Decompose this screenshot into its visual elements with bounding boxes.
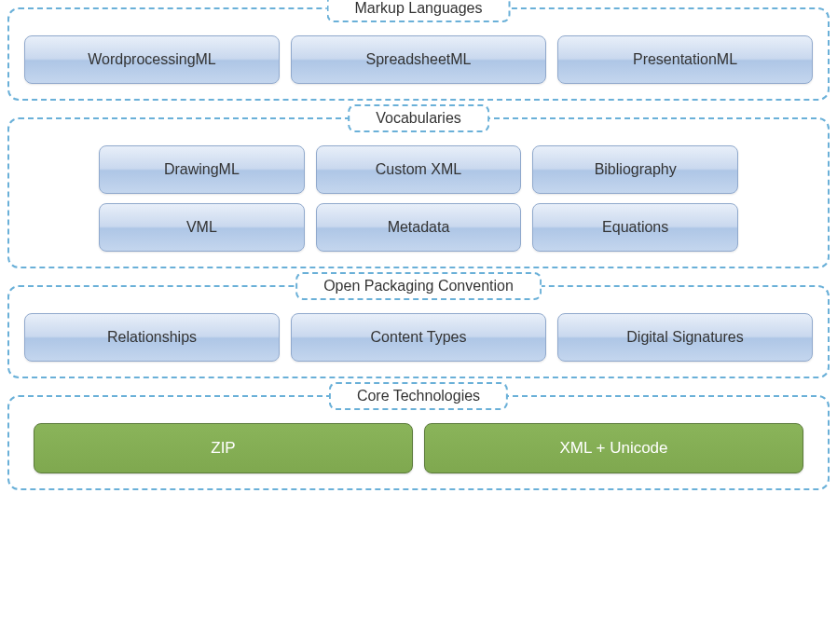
box-equations: Equations [532, 203, 738, 252]
box-customxml: Custom XML [316, 145, 522, 194]
section-core-technologies: Core Technologies ZIP XML + Unicode [7, 395, 830, 490]
box-wordprocessingml: WordprocessingML [24, 35, 280, 84]
section-vocabularies: Vocabularies DrawingML Custom XML Biblio… [7, 117, 830, 268]
box-zip: ZIP [34, 423, 413, 473]
box-spreadsheetml: SpreadsheetML [291, 35, 546, 84]
markup-row: WordprocessingML SpreadsheetML Presentat… [24, 35, 813, 84]
box-metadata: Metadata [316, 203, 522, 252]
box-bibliography: Bibliography [532, 145, 738, 194]
opc-row: Relationships Content Types Digital Sign… [24, 313, 813, 362]
vocab-row-1: DrawingML Custom XML Bibliography [24, 145, 813, 194]
box-vml: VML [99, 203, 305, 252]
box-digital-signatures: Digital Signatures [557, 313, 813, 362]
section-title-core: Core Technologies [329, 382, 508, 410]
box-presentationml: PresentationML [557, 35, 813, 84]
core-row: ZIP XML + Unicode [24, 423, 813, 473]
section-markup-languages: Markup Languages WordprocessingML Spread… [7, 7, 830, 101]
box-relationships: Relationships [24, 313, 280, 362]
vocab-row-2: VML Metadata Equations [24, 203, 813, 252]
box-content-types: Content Types [291, 313, 546, 362]
section-title-opc: Open Packaging Convention [295, 272, 542, 300]
section-title-markup: Markup Languages [327, 0, 511, 22]
section-title-vocab: Vocabularies [348, 104, 489, 132]
box-xml-unicode: XML + Unicode [424, 423, 803, 473]
section-opc: Open Packaging Convention Relationships … [7, 285, 830, 378]
box-drawingml: DrawingML [99, 145, 305, 194]
